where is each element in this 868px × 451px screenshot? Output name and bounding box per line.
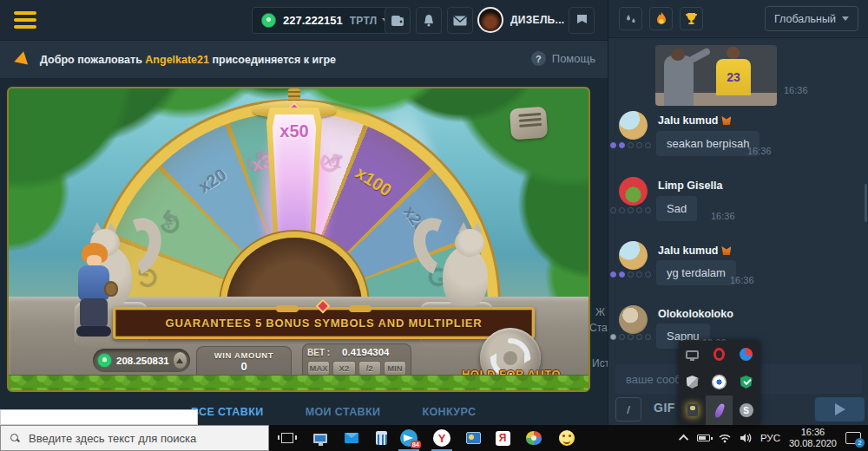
user-menu[interactable]: ДИЗЕЛЬ...	[477, 7, 578, 33]
tray-expand-chevron[interactable]	[679, 435, 688, 444]
notice-username[interactable]: Angelkate21	[145, 54, 209, 66]
volume-icon[interactable]	[740, 433, 752, 443]
avatar[interactable]	[619, 305, 648, 334]
device-icon	[687, 404, 698, 416]
tray-skype-app[interactable]: S	[733, 395, 760, 425]
taskbar-photos-app[interactable]	[462, 428, 484, 448]
rank-dots	[610, 142, 651, 148]
taskbar-search-input[interactable]	[29, 432, 246, 445]
tray-feather-app[interactable]	[706, 395, 733, 425]
gif-button[interactable]: GIF	[654, 401, 675, 415]
bet-max-button[interactable]: MAX	[307, 361, 330, 376]
rain-drops-icon	[625, 13, 637, 25]
computer-icon	[313, 434, 327, 443]
bonus-button[interactable]	[569, 7, 595, 34]
wifi-icon[interactable]	[719, 434, 731, 443]
notifications-button[interactable]	[416, 7, 442, 34]
chat-gif-image[interactable]: 23	[655, 45, 777, 106]
bet-min-button[interactable]: MIN	[384, 361, 406, 376]
tray-media-app[interactable]	[706, 369, 733, 396]
bet-double-button[interactable]: X2	[332, 361, 355, 376]
menu-hamburger-icon[interactable]	[14, 11, 36, 29]
chat-header: Глобальный	[608, 0, 868, 38]
gif-figure-hoodie	[664, 56, 694, 106]
avatar[interactable]	[619, 111, 648, 140]
taskbar-calculator-app[interactable]	[370, 428, 392, 448]
site-header: 227.222151 ТРТЛ ДИЗЕЛЬ...	[0, 0, 608, 41]
balance-widget[interactable]: 227.222151 ТРТЛ	[252, 7, 398, 34]
task-view-icon	[281, 433, 293, 443]
flag-icon	[575, 14, 589, 27]
message-bubble: Sad	[656, 196, 697, 221]
rank-dots	[610, 271, 651, 278]
jersey-number: 23	[727, 70, 740, 84]
game-menu-button[interactable]	[510, 107, 548, 141]
mail-icon	[345, 433, 358, 443]
message-author: Limp Gisella	[658, 180, 722, 192]
currency-dropdown[interactable]: ТРТЛ	[350, 15, 389, 27]
flame-icon	[655, 12, 667, 26]
telegram-badge: 84	[411, 441, 421, 448]
grass-strip	[9, 375, 590, 392]
calculator-icon	[376, 431, 387, 445]
chat-messages: 23 16:36 Jalu kumud seakan berpisah 16:3…	[608, 38, 868, 363]
language-indicator[interactable]: РУС	[760, 433, 780, 443]
send-message-button[interactable]	[815, 397, 865, 422]
trophy-icon	[685, 12, 698, 25]
messages-button[interactable]	[447, 7, 473, 34]
slot-game-frame: ↺ ↺ x1 x20 ↺ x3 ↺ x1 x100 x20 ↺ x50	[7, 87, 590, 392]
monitor-icon	[686, 350, 699, 359]
taskbar-search[interactable]	[0, 425, 269, 451]
tray-monitor-app[interactable]	[679, 341, 706, 369]
chat-channel-dropdown[interactable]: Глобальный	[765, 6, 858, 31]
taskbar-yandex-browser-app[interactable]: Y	[431, 428, 453, 448]
hot-button[interactable]	[649, 7, 673, 30]
rain-button[interactable]	[619, 7, 642, 30]
bell-icon	[423, 14, 435, 27]
fox-emoji-icon	[721, 116, 731, 125]
game-balance-widget: 208.250831	[93, 349, 190, 372]
avatar[interactable]	[619, 177, 648, 206]
opera-icon	[713, 348, 725, 361]
avatar[interactable]	[619, 241, 648, 270]
tray-opera-app[interactable]	[706, 341, 733, 369]
tray-pie-app[interactable]	[733, 341, 760, 369]
battery-icon[interactable]	[697, 435, 710, 441]
action-center-button[interactable]: 2	[845, 432, 861, 444]
deposit-button[interactable]	[174, 352, 187, 369]
gif-player-jersey: 23	[716, 59, 751, 95]
taskbar-paint-app[interactable]	[523, 428, 545, 448]
tab-my-bets[interactable]: МОИ СТАВКИ	[306, 406, 381, 425]
gif-figure-arm	[688, 47, 712, 63]
tray-defender-app[interactable]	[679, 369, 706, 396]
tournament-button[interactable]	[680, 7, 703, 30]
search-icon	[10, 434, 20, 443]
tray-antivirus-app[interactable]	[733, 369, 760, 396]
taskbar-emoji-app[interactable]	[556, 428, 578, 448]
tab-all-bets[interactable]: ВСЕ СТАВКИ	[191, 406, 264, 425]
wheel-label-x50: x50	[266, 121, 322, 141]
coin-icon	[97, 353, 112, 368]
clock[interactable]: 16:36 30.08.2020	[789, 427, 837, 449]
task-view-button[interactable]	[276, 428, 299, 448]
arrow-up-icon	[176, 358, 183, 363]
taskbar-pc-app[interactable]	[309, 428, 332, 448]
tray-device-app[interactable]	[679, 395, 706, 425]
chat-scrollbar[interactable]	[865, 184, 867, 222]
clock-date: 30.08.2020	[789, 438, 837, 449]
slash-command-button[interactable]: /	[615, 397, 641, 422]
taskbar-telegram-app[interactable]: 84	[398, 428, 420, 448]
photos-icon	[466, 432, 481, 444]
author-name: Jalu kumud	[658, 245, 718, 257]
tab-contest[interactable]: КОНКУРС	[422, 406, 476, 425]
username-label: ДИЗЕЛЬ...	[510, 14, 564, 26]
coin-icon	[261, 13, 276, 28]
message-author: Jalu kumud	[658, 245, 731, 257]
wallet-button[interactable]	[385, 7, 411, 34]
taskbar-mail-app[interactable]	[340, 428, 363, 448]
clock-time: 16:36	[789, 427, 837, 438]
taskbar-yandex-app[interactable]: Я	[491, 428, 514, 448]
help-link[interactable]: ? Помощь	[531, 51, 595, 66]
bet-half-button[interactable]: /2	[358, 361, 381, 376]
green-shield-check-icon	[740, 376, 753, 389]
